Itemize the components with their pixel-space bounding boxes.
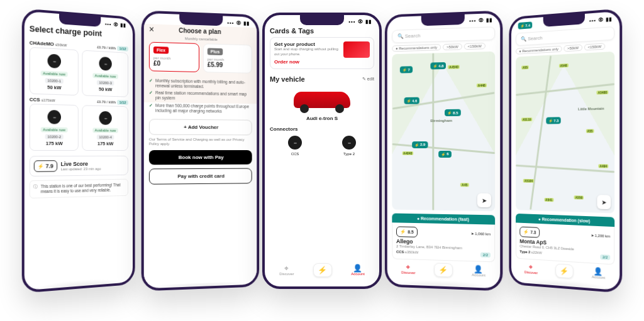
bottom-nav: ⌖Discover ⚡ 👤Account (392, 259, 495, 280)
map-pin[interactable]: 8.5 (445, 109, 460, 116)
map-pin[interactable]: 7 (400, 66, 413, 73)
map-pin[interactable]: 7.3 (546, 117, 561, 124)
nav-discover[interactable]: ⌖Discover (279, 264, 294, 276)
status-badge: Available now (92, 73, 118, 79)
map-pin[interactable]: 6 (439, 151, 452, 158)
road-label: A55 (521, 65, 529, 69)
my-vehicle-title: My vehicle (270, 75, 305, 83)
phone-account: ••• ⦿ ▮▮ Cards & Tags Get your product S… (262, 13, 382, 289)
charge-point-id: 10200-2 (45, 134, 64, 139)
nav-discover[interactable]: ⌖Discover (401, 263, 416, 275)
bolt-icon: ⚡ (555, 264, 573, 279)
status-badge: Available now (92, 128, 118, 133)
filter-bar: ● Recommendations only >50kW <150kW (392, 43, 495, 52)
nav-charge[interactable]: ⚡ (313, 263, 332, 277)
filter-chip[interactable]: <150kW (584, 43, 605, 50)
map-pin[interactable]: 2.9 (412, 141, 428, 148)
recommendation-card[interactable]: 8.5 ➤ 1,060 km Allego 2 Timberley Lane, … (392, 222, 495, 262)
road-label: A5480 (597, 90, 609, 95)
top-score-pin: 7.4 (518, 21, 533, 29)
status-icons: ••• ⦿ ▮▮ (348, 19, 372, 24)
nav-discover[interactable]: ⌖Discover (525, 263, 538, 275)
connector-type-label: CHAdeMO (30, 40, 54, 47)
live-score-card[interactable]: 7.9 Live Score Last updated: 23 min ago (30, 156, 128, 177)
road-label: A550 (574, 195, 584, 199)
page-title: Choose a plan (179, 26, 221, 35)
plan-feature: More than 500,000 charge points througho… (149, 102, 252, 114)
connector-label: CCS (270, 152, 320, 156)
nav-charge[interactable]: ⚡ (555, 264, 573, 279)
plan-price: £5.99 (208, 61, 248, 68)
power-label: 175 kW (34, 141, 74, 146)
order-now-link[interactable]: Order now (274, 59, 370, 65)
status-icons: ••• ⦿ ▮▮ (105, 21, 126, 28)
phone-charge-point: ••• ⦿ ▮▮ Select charge point CHAdeMO ≤50… (22, 8, 135, 293)
locate-button[interactable]: ➤ (597, 195, 611, 209)
info-banner: This station is one of our best performi… (30, 179, 128, 199)
map-pin[interactable]: 4.6 (404, 97, 419, 104)
phone-map-fast: ••• ⦿ ▮▮ 🔍 Search ● Recommendations only… (385, 10, 502, 291)
nav-account[interactable]: 👤Account (472, 265, 486, 277)
road-label: A5104 (523, 179, 534, 183)
charge-point-card[interactable]: Available now 10200-2 175 kW (30, 104, 79, 151)
person-icon: 👤 (351, 264, 365, 272)
price-label: £0.79 / kWh (97, 100, 116, 104)
connector-type-label: Type 2 (519, 249, 530, 254)
power-limit: ≤175kW (42, 98, 55, 102)
road-label: A494 (598, 164, 608, 168)
search-input[interactable]: 🔍 Search (392, 26, 495, 43)
filter-chip[interactable]: ● Recommendations only (392, 44, 441, 52)
compass-icon: ⌖ (279, 264, 294, 272)
plan-flex[interactable]: Flex per month £0 (149, 42, 199, 72)
road-label: A541 (544, 198, 553, 202)
map-view[interactable]: A4540 A448 A4040 A45 Birmingham 4.8 8.5 … (392, 52, 495, 211)
chademo-icon (48, 54, 61, 68)
plan-feature: Real time station recommendations and sm… (149, 90, 252, 102)
road-label: A4040 (402, 151, 413, 155)
ccs-icon (288, 136, 302, 150)
edit-vehicle-link[interactable]: edit (362, 77, 374, 82)
map-pin[interactable]: 4.8 (430, 62, 446, 70)
distance-label: ➤ 1,200 km (591, 233, 610, 239)
close-button[interactable]: × (149, 24, 154, 34)
credit-card-button[interactable]: Pay with credit card (149, 168, 252, 185)
plan-feature: Monthly subscription with monthly billin… (149, 78, 252, 90)
filter-chip[interactable]: <150kW (464, 43, 486, 50)
connector-type2: Type 2 (324, 134, 374, 156)
recommendation-card[interactable]: 7.3 ➤ 1,200 km Monta ApS Chester Road 0,… (516, 222, 614, 264)
locate-button[interactable]: ➤ (477, 193, 491, 208)
road-label: A45 (460, 183, 469, 187)
nav-account[interactable]: 👤Account (351, 264, 365, 276)
terms-text: Our Terms of Service and Charging as wel… (149, 137, 252, 146)
ccs-icon (48, 110, 61, 124)
charge-point-card[interactable]: Available now 10200-1 50 kW (30, 47, 79, 95)
plan-price: £0 (153, 60, 195, 68)
vehicle-name: Audi e-tron S (270, 116, 374, 121)
road-label: A4540 (448, 65, 460, 69)
availability-count: 2/2 (480, 253, 491, 258)
add-voucher-button[interactable]: + Add Voucher (149, 119, 252, 135)
apple-pay-button[interactable]: Book now with Pay (149, 150, 252, 165)
map-view[interactable]: A55 A548 A5480 A55 A5119 A494 A550 A5104… (516, 52, 614, 214)
station-score: 7.3 (519, 227, 540, 238)
filter-chip[interactable]: >50kW (443, 43, 462, 50)
ccs-icon (99, 111, 112, 125)
filter-chip[interactable]: ● Recommendations only (516, 46, 562, 55)
distance-label: ➤ 1,060 km (470, 231, 491, 236)
road-label: A55 (586, 129, 594, 133)
charge-point-id: 10200-4 (97, 134, 114, 139)
nav-charge[interactable]: ⚡ (434, 263, 453, 277)
charge-point-card[interactable]: Available now 10200-3 50 kW (82, 50, 128, 97)
compass-icon: ⌖ (401, 263, 416, 271)
power-limit: ≤350kW (405, 250, 418, 254)
availability-count: 1/12 (117, 100, 128, 105)
place-label: Little Mountain (578, 107, 604, 111)
charge-point-card[interactable]: Available now 10200-4 175 kW (82, 105, 128, 151)
filter-chip[interactable]: >50kW (564, 45, 582, 52)
person-icon: 👤 (472, 265, 486, 273)
status-badge: Available now (40, 127, 68, 133)
plan-plus[interactable]: Plus per month £5.99 (203, 43, 252, 73)
type2-icon (342, 136, 356, 150)
nav-account[interactable]: 👤Account (592, 267, 605, 280)
notch (300, 15, 344, 25)
